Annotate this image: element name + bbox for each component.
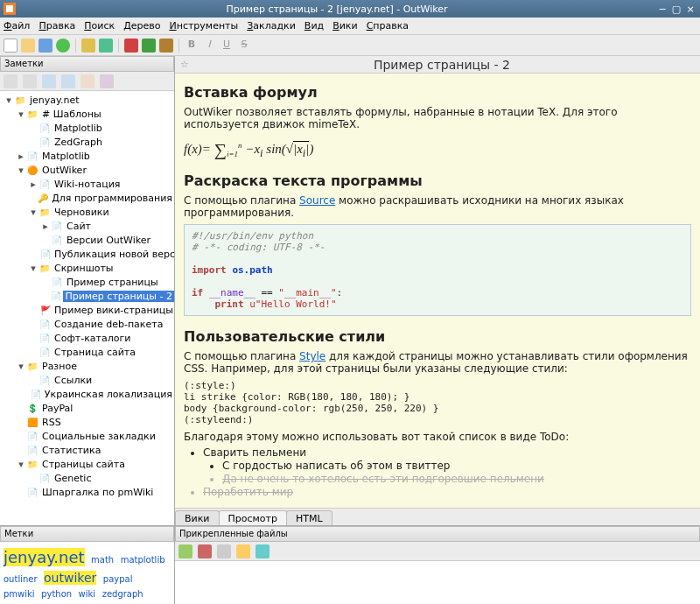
tree-node[interactable]: ▸📄Wiki-нотация bbox=[0, 177, 174, 191]
tree-toggle-icon[interactable]: ▸ bbox=[16, 151, 26, 162]
menu-справка[interactable]: Справка bbox=[367, 20, 409, 32]
tag[interactable]: jenyay.net bbox=[4, 548, 85, 566]
expand-all-button[interactable] bbox=[4, 74, 18, 88]
tree-label[interactable]: jenyay.net bbox=[28, 95, 81, 106]
tree-label[interactable]: OutWiker bbox=[40, 165, 88, 176]
tree-label[interactable]: Пример страницы bbox=[65, 277, 160, 288]
tree-node[interactable]: ▾📁jenyay.net bbox=[0, 93, 174, 107]
tree-toggle-icon[interactable]: ▾ bbox=[4, 95, 14, 106]
tag[interactable]: outliner bbox=[4, 574, 38, 584]
tree-node[interactable]: ▾📁Черновики bbox=[0, 205, 174, 219]
tree-node[interactable]: 📄Ссылки bbox=[0, 373, 174, 387]
tree-label[interactable]: Украинская локализация bbox=[43, 389, 174, 400]
reload-button[interactable] bbox=[56, 39, 70, 53]
tree-node[interactable]: 📄Genetic bbox=[0, 471, 174, 485]
tree-node[interactable]: ▾📁Скриншоты bbox=[0, 261, 174, 275]
attach-refresh-button[interactable] bbox=[256, 544, 270, 558]
italic-button[interactable]: I bbox=[202, 39, 216, 53]
tree-node[interactable]: ▾📁# Шаблоны bbox=[0, 107, 174, 121]
tree-label[interactable]: Ссылки bbox=[52, 375, 94, 386]
menu-поиск[interactable]: Поиск bbox=[84, 20, 115, 32]
tree-label[interactable]: Статистика bbox=[40, 445, 102, 456]
tree-toggle-icon[interactable]: ▾ bbox=[28, 207, 38, 218]
tree-label[interactable]: Черновики bbox=[52, 207, 111, 218]
sort-button[interactable] bbox=[80, 74, 94, 88]
tree-node[interactable]: ▾🟠OutWiker bbox=[0, 163, 174, 177]
open-button[interactable] bbox=[21, 39, 35, 53]
tag[interactable]: wiki bbox=[79, 589, 96, 599]
tree-label[interactable]: Создание deb-пакета bbox=[52, 319, 164, 330]
tree-node[interactable]: 💲PayPal bbox=[0, 401, 174, 415]
tree-label[interactable]: Шпаргалка по pmWiki bbox=[40, 487, 155, 498]
tree-label[interactable]: Публикация новой версии bbox=[52, 249, 174, 260]
tree-node[interactable]: 📄Matplotlib bbox=[0, 121, 174, 135]
tree-node[interactable]: 📄Версии OutWiker bbox=[0, 233, 174, 247]
tree-label[interactable]: Скриншоты bbox=[52, 263, 116, 274]
tree-node[interactable]: 📄Страница сайта bbox=[0, 345, 174, 359]
tree-label[interactable]: Версии OutWiker bbox=[65, 235, 152, 246]
bold-button[interactable]: B bbox=[185, 39, 199, 53]
tab-вики[interactable]: Вики bbox=[175, 510, 220, 525]
tree-label[interactable]: Пример вики-страницы bbox=[52, 305, 174, 316]
menu-инструменты[interactable]: Инструменты bbox=[169, 20, 238, 32]
tree-label[interactable]: Социальные закладки bbox=[40, 431, 158, 442]
move-up-button[interactable] bbox=[42, 74, 56, 88]
tag[interactable]: paypal bbox=[103, 574, 133, 584]
tree-label[interactable]: Страница сайта bbox=[52, 347, 137, 358]
tree-toggle-icon[interactable]: ▾ bbox=[16, 165, 26, 176]
menu-дерево[interactable]: Дерево bbox=[123, 20, 160, 32]
tree-settings-button[interactable] bbox=[100, 74, 114, 88]
tree-label[interactable]: Matplotlib bbox=[52, 123, 104, 134]
bookmark-star-icon[interactable]: ☆ bbox=[180, 59, 189, 70]
tag[interactable]: zedgraph bbox=[102, 589, 144, 599]
tree-toggle-icon[interactable]: ▸ bbox=[40, 221, 51, 232]
minimize-button[interactable]: − bbox=[656, 3, 668, 15]
tree-node[interactable]: 📄Украинская локализация bbox=[0, 387, 174, 401]
collapse-all-button[interactable] bbox=[23, 74, 37, 88]
tag[interactable]: math bbox=[91, 555, 114, 565]
tree-label[interactable]: Пример страницы - 2 bbox=[63, 291, 174, 302]
tree-label[interactable]: PayPal bbox=[40, 403, 74, 414]
tab-просмотр[interactable]: Просмотр bbox=[219, 510, 287, 525]
attachments-list[interactable] bbox=[175, 561, 700, 604]
tree-node[interactable]: 📄Создание deb-пакета bbox=[0, 317, 174, 331]
tree-node[interactable]: 📄Шпаргалка по pmWiki bbox=[0, 485, 174, 499]
tree-node[interactable]: 📄ZedGraph bbox=[0, 135, 174, 149]
move-down-button[interactable] bbox=[61, 74, 75, 88]
tree-node[interactable]: 📄Публикация новой версии bbox=[0, 247, 174, 261]
tag[interactable]: outwiker bbox=[44, 571, 96, 585]
menu-вики[interactable]: Вики bbox=[332, 20, 358, 32]
tag[interactable]: python bbox=[41, 589, 72, 599]
tree-node[interactable]: ▸📄Сайт bbox=[0, 219, 174, 233]
tree-node[interactable]: ▸📄Matplotlib bbox=[0, 149, 174, 163]
paste-button[interactable] bbox=[159, 39, 173, 53]
tree-label[interactable]: Сайт bbox=[65, 221, 93, 232]
tag[interactable]: pmwiki bbox=[4, 589, 35, 599]
tree-label[interactable]: Wiki-нотация bbox=[52, 179, 122, 190]
close-button[interactable]: × bbox=[684, 3, 696, 15]
tree-label[interactable]: ZedGraph bbox=[52, 137, 104, 148]
tree-node[interactable]: 🔑Для программирования bbox=[0, 191, 174, 205]
tree-node[interactable]: 📄Софт-каталоги bbox=[0, 331, 174, 345]
tree-toggle-icon[interactable]: ▸ bbox=[28, 179, 38, 190]
tree-node[interactable]: 📄Пример страницы bbox=[0, 275, 174, 289]
tree-node[interactable]: 📄Пример страницы - 2 bbox=[0, 289, 174, 303]
tree-label[interactable]: # Шаблоны bbox=[40, 109, 103, 120]
underline-button[interactable]: U bbox=[220, 39, 234, 53]
copy-button[interactable] bbox=[142, 39, 156, 53]
tree-node[interactable]: ▾📁Разное bbox=[0, 359, 174, 373]
attach-open-button[interactable] bbox=[236, 544, 250, 558]
attach-remove-button[interactable] bbox=[198, 544, 212, 558]
link-style-plugin[interactable]: Style bbox=[299, 350, 326, 362]
menu-правка[interactable]: Правка bbox=[38, 20, 75, 32]
redo-button[interactable] bbox=[99, 39, 113, 53]
link-source-plugin[interactable]: Source bbox=[299, 194, 335, 207]
maximize-button[interactable]: ▢ bbox=[670, 3, 682, 15]
attach-copy-button[interactable] bbox=[217, 544, 231, 558]
tree-node[interactable]: 🟧RSS bbox=[0, 415, 174, 429]
tag[interactable]: matplotlib bbox=[121, 555, 165, 565]
menu-файл[interactable]: Файл bbox=[4, 20, 30, 32]
tree-label[interactable]: Страницы сайта bbox=[40, 459, 127, 470]
tree-node[interactable]: 📄Статистика bbox=[0, 443, 174, 457]
tree-label[interactable]: Matplotlib bbox=[40, 151, 92, 162]
